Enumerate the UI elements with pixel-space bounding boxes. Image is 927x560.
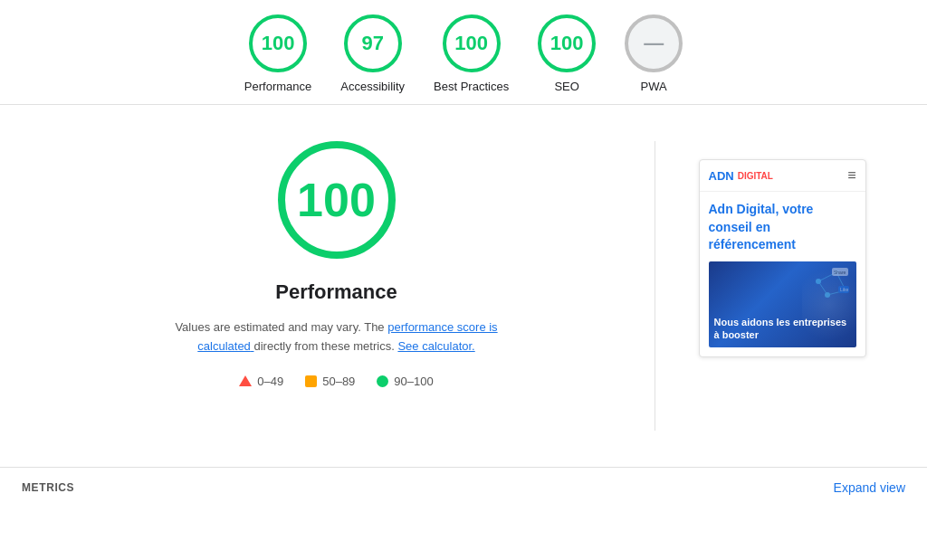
- score-value-seo: 100: [550, 32, 584, 55]
- description-mid-text: directly from these metrics.: [253, 339, 394, 353]
- preview-card: ADN DIGITAL ≡ Adn Digital, votre conseil…: [699, 159, 866, 357]
- description-text: Values are estimated and may vary. The: [175, 320, 384, 334]
- metrics-label: METRICS: [22, 481, 74, 494]
- score-value-accessibility: 97: [361, 32, 383, 55]
- legend-range-good: 90–100: [394, 375, 433, 388]
- big-score-title: Performance: [275, 280, 397, 304]
- score-label-seo: SEO: [554, 80, 578, 93]
- svg-text:Share: Share: [834, 270, 846, 275]
- expand-view-button[interactable]: Expand view: [834, 480, 905, 495]
- logo-adn-text: ADN: [709, 169, 734, 183]
- card-logo: ADN DIGITAL: [709, 169, 773, 183]
- big-score-circle: 100: [278, 141, 396, 259]
- metrics-bar: METRICS Expand view: [0, 467, 927, 508]
- vertical-divider: [655, 141, 655, 431]
- logo-digital-text: DIGITAL: [738, 171, 773, 181]
- big-score-value: 100: [297, 173, 376, 227]
- card-image: Share Like Nous aidons les entreprises à…: [709, 261, 856, 347]
- legend-range-average: 50–89: [322, 375, 355, 388]
- triangle-icon: [239, 375, 252, 386]
- score-description: Values are estimated and may vary. The p…: [156, 318, 518, 356]
- calculator-link[interactable]: See calculator.: [397, 339, 474, 353]
- score-value-pwa: —: [644, 32, 664, 55]
- svg-line-7: [818, 281, 827, 295]
- score-circle-seo: 100: [538, 14, 596, 72]
- score-value-best-practices: 100: [454, 32, 488, 55]
- left-panel: 100 Performance Values are estimated and…: [54, 123, 618, 449]
- legend-item-poor: 0–49: [239, 375, 283, 388]
- score-circle-accessibility: 97: [344, 14, 402, 72]
- score-legend: 0–49 50–89 90–100: [239, 375, 433, 388]
- right-panel: ADN DIGITAL ≡ Adn Digital, votre conseil…: [692, 123, 873, 449]
- score-value-performance: 100: [262, 32, 295, 55]
- scores-bar: 100 Performance 97 Accessibility 100 Bes…: [0, 0, 927, 105]
- score-label-pwa: PWA: [641, 80, 667, 93]
- card-body: Adn Digital, votre conseil en référencem…: [700, 192, 865, 356]
- svg-text:Like: Like: [840, 287, 848, 292]
- score-item-seo[interactable]: 100 SEO: [538, 14, 596, 93]
- score-label-accessibility: Accessibility: [340, 80, 405, 93]
- score-circle-best-practices: 100: [443, 14, 501, 72]
- score-label-best-practices: Best Practices: [434, 80, 509, 93]
- square-icon: [305, 375, 317, 387]
- legend-item-average: 50–89: [305, 375, 355, 388]
- card-image-svg: Share Like: [764, 263, 855, 318]
- card-headline: Adn Digital, votre conseil en référencem…: [709, 201, 856, 254]
- score-circle-pwa: —: [625, 14, 683, 72]
- score-item-performance[interactable]: 100 Performance: [244, 14, 311, 93]
- score-item-accessibility[interactable]: 97 Accessibility: [340, 14, 405, 93]
- legend-item-good: 90–100: [377, 375, 433, 388]
- legend-range-poor: 0–49: [257, 375, 283, 388]
- card-header: ADN DIGITAL ≡: [700, 160, 865, 192]
- score-circle-performance: 100: [249, 14, 307, 72]
- score-item-pwa[interactable]: — PWA: [625, 14, 683, 93]
- score-label-performance: Performance: [244, 80, 311, 93]
- main-content: 100 Performance Values are estimated and…: [0, 105, 927, 467]
- card-menu-icon: ≡: [847, 167, 855, 184]
- circle-icon: [377, 375, 388, 387]
- score-item-best-practices[interactable]: 100 Best Practices: [434, 14, 509, 93]
- card-image-text: Nous aidons les entreprises à booster: [714, 316, 851, 342]
